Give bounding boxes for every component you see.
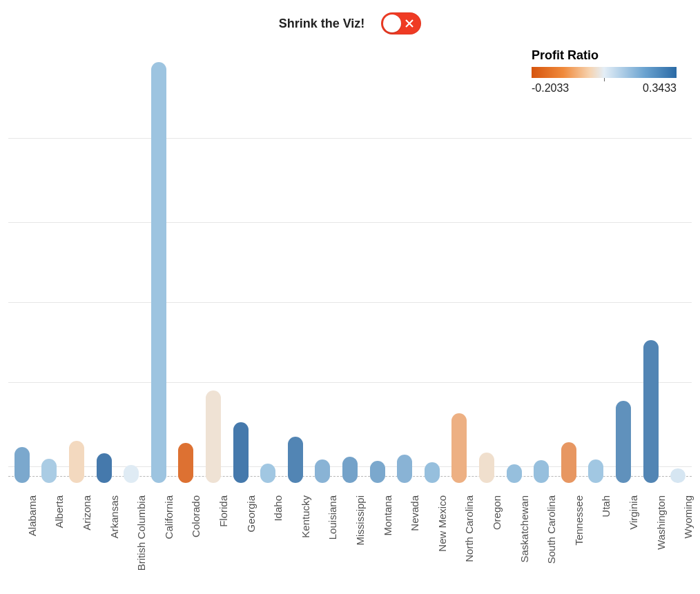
bar[interactable] — [479, 453, 494, 483]
x-tick-label: Alberta — [53, 495, 65, 528]
x-tick-label: Saskatchewan — [518, 495, 530, 563]
x-tick-label: Arkansas — [108, 495, 120, 539]
bar[interactable] — [151, 62, 166, 483]
bar[interactable] — [41, 459, 57, 483]
bar[interactable] — [451, 413, 467, 483]
x-tick-label: Georgia — [245, 495, 257, 532]
x-tick-label: New Mexico — [436, 495, 448, 552]
bar[interactable] — [670, 468, 686, 483]
bar[interactable] — [14, 447, 30, 483]
bar[interactable] — [206, 390, 221, 483]
bars-container — [8, 62, 692, 483]
x-tick-label: Arizona — [81, 495, 93, 531]
bar[interactable] — [397, 455, 412, 483]
bar[interactable] — [534, 460, 549, 483]
x-tick-label: Nevada — [409, 495, 420, 531]
x-tick-label: Mississippi — [354, 495, 366, 546]
close-icon — [405, 19, 414, 28]
bar[interactable] — [178, 443, 193, 483]
bar[interactable] — [342, 457, 358, 483]
bar[interactable] — [507, 464, 522, 483]
bar[interactable] — [69, 441, 84, 483]
x-tick-label: Colorado — [190, 495, 202, 537]
bar[interactable] — [616, 401, 631, 483]
plot-area — [8, 62, 692, 483]
header-title: Shrink the Viz! — [279, 17, 365, 31]
bar[interactable] — [260, 464, 275, 483]
bar[interactable] — [643, 340, 659, 483]
bar[interactable] — [425, 462, 440, 484]
shrink-toggle[interactable] — [381, 12, 421, 34]
legend-title: Profit Ratio — [532, 48, 677, 63]
bar[interactable] — [97, 453, 112, 483]
toggle-knob — [383, 14, 401, 32]
x-tick-label: Tennessee — [573, 495, 585, 546]
x-tick-label: British Columbia — [135, 495, 147, 571]
x-tick-label: Idaho — [272, 495, 284, 522]
header: Shrink the Viz! — [0, 12, 700, 34]
x-tick-label: South Carolina — [545, 495, 557, 564]
x-tick-label: California — [163, 495, 175, 539]
bar[interactable] — [588, 459, 603, 483]
x-tick-label: Alabama — [26, 495, 38, 536]
bar[interactable] — [370, 461, 385, 483]
x-tick-label: Utah — [600, 495, 612, 517]
x-tick-label: Florida — [217, 495, 229, 527]
x-tick-label: Virginia — [628, 495, 639, 530]
x-tick-label: Louisiana — [327, 495, 338, 539]
x-tick-label: Wyoming — [682, 495, 694, 538]
x-tick-label: North Carolina — [463, 495, 475, 562]
x-tick-label: Oregon — [491, 495, 503, 530]
x-tick-label: Kentucky — [300, 495, 311, 538]
bar[interactable] — [288, 437, 303, 483]
bar[interactable] — [561, 442, 576, 483]
bar[interactable] — [315, 459, 330, 483]
bar[interactable] — [124, 465, 139, 483]
bar[interactable] — [233, 422, 249, 483]
x-tick-label: Montana — [382, 495, 393, 535]
x-tick-label: Washington — [655, 495, 667, 550]
x-axis: AlabamaAlbertaArizonaArkansasBritish Col… — [8, 490, 692, 586]
